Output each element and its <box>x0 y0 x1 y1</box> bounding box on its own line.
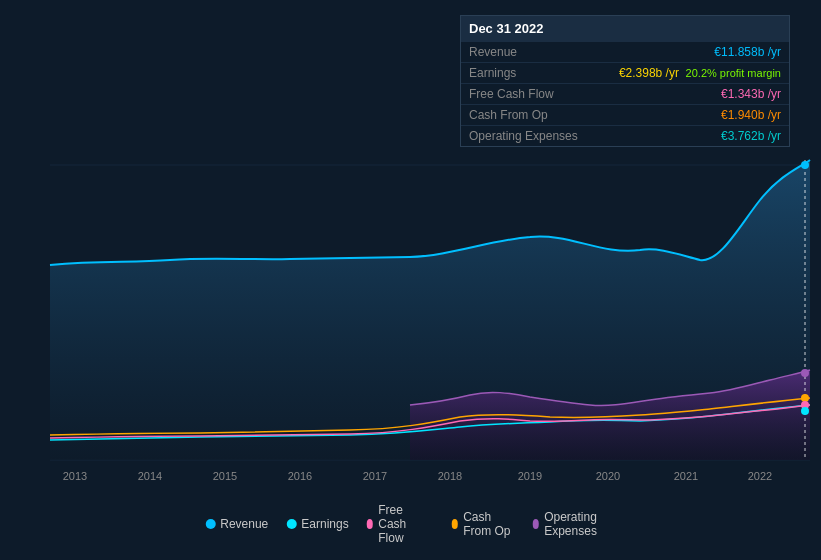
x-label-2018: 2018 <box>438 470 462 482</box>
legend-dot-earnings <box>286 519 296 529</box>
opex-dot <box>801 369 809 377</box>
x-label-2015: 2015 <box>213 470 237 482</box>
legend-cfo[interactable]: Cash From Op <box>452 510 515 538</box>
tooltip-row-fcf: Free Cash Flow €1.343b /yr <box>461 83 789 104</box>
x-label-2014: 2014 <box>138 470 162 482</box>
legend-earnings[interactable]: Earnings <box>286 517 348 531</box>
tooltip-box: Dec 31 2022 Revenue €11.858b /yr Earning… <box>460 15 790 147</box>
legend-revenue[interactable]: Revenue <box>205 517 268 531</box>
tooltip-row-cfo: Cash From Op €1.940b /yr <box>461 104 789 125</box>
revenue-dot <box>801 161 809 169</box>
tooltip-row-revenue: Revenue €11.858b /yr <box>461 41 789 62</box>
x-label-2016: 2016 <box>288 470 312 482</box>
x-label-2019: 2019 <box>518 470 542 482</box>
legend-dot-fcf <box>367 519 374 529</box>
legend-opex[interactable]: Operating Expenses <box>533 510 616 538</box>
legend: Revenue Earnings Free Cash Flow Cash Fro… <box>205 503 616 545</box>
chart-area: 2013 2014 2015 2016 2017 2018 2019 2020 … <box>0 155 821 495</box>
x-label-2013: 2013 <box>63 470 87 482</box>
x-label-2017: 2017 <box>363 470 387 482</box>
legend-dot-cfo <box>452 519 459 529</box>
x-label-2021: 2021 <box>674 470 698 482</box>
tooltip-title: Dec 31 2022 <box>461 16 789 41</box>
chart-svg: 2013 2014 2015 2016 2017 2018 2019 2020 … <box>0 155 821 495</box>
cfo-dot <box>801 394 809 402</box>
tooltip-row-opex: Operating Expenses €3.762b /yr <box>461 125 789 146</box>
legend-dot-opex <box>533 519 540 529</box>
x-label-2020: 2020 <box>596 470 620 482</box>
tooltip-row-earnings: Earnings €2.398b /yr 20.2% profit margin <box>461 62 789 83</box>
x-label-2022: 2022 <box>748 470 772 482</box>
legend-fcf[interactable]: Free Cash Flow <box>367 503 434 545</box>
earnings-dot <box>801 407 809 415</box>
legend-dot-revenue <box>205 519 215 529</box>
